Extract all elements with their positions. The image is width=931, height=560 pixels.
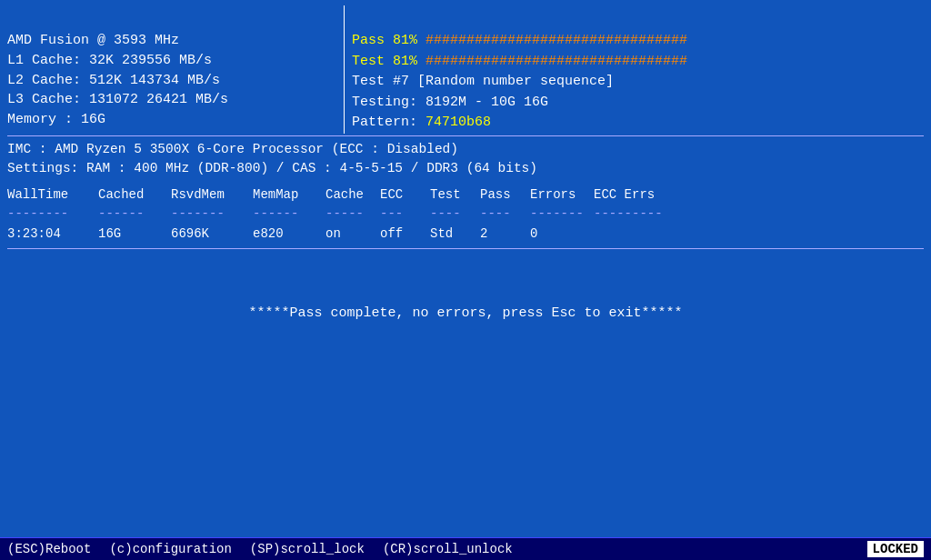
cell-cache: on (325, 225, 380, 243)
col-header-cache: Cache (325, 185, 380, 204)
test-number-line: Test #7 [Random number sequence] (352, 72, 924, 93)
cell-rsvdmem: 6696K (171, 225, 253, 243)
dash-cache: ----- (325, 205, 380, 223)
dash-eccerrs: --------- (594, 205, 676, 223)
imc-line: IMC : AMD Ryzen 5 3500X 6-Core Processor… (7, 140, 924, 159)
footer-commands: (ESC)Reboot (c)configuration (SP)scroll_… (7, 542, 513, 556)
l2-cache-line: L2 Cache: 512K 143734 MB/s (7, 71, 344, 91)
pattern-line: Pattern: 74710b68 (352, 113, 924, 134)
right-column: Pass 81% ###############################… (344, 5, 924, 134)
cpu-line: AMD Fusion @ 3593 MHz (7, 31, 344, 51)
footer-cr[interactable]: (CR)scroll_unlock (383, 542, 513, 556)
col-header-rsvdmem: RsvdMem (171, 185, 253, 204)
col-header-memmap: MemMap (253, 185, 325, 204)
cell-ecc: off (380, 225, 430, 243)
col-header-eccerrs: ECC Errs (594, 185, 676, 204)
col-header-walltime: WallTime (7, 185, 98, 204)
cell-test: Std (430, 225, 480, 243)
dash-rsvdmem: ------- (171, 205, 253, 223)
dash-test: ---- (430, 205, 480, 223)
cell-walltime: 3:23:04 (7, 225, 98, 243)
screen: Memtest86 v4.20 AMD Fusion @ 3593 MHz L1… (0, 0, 931, 560)
dash-ecc: --- (380, 205, 430, 223)
table-bottom-divider (7, 248, 924, 249)
cell-cached: 16G (98, 225, 171, 243)
dash-pass: ---- (480, 205, 530, 223)
memory-line: Memory : 16G (7, 110, 344, 130)
col-header-errors: Errors (530, 185, 594, 204)
col-header-ecc: ECC (380, 185, 430, 204)
testing-range-line: Testing: 8192M - 10G 16G (352, 93, 924, 114)
dash-errors: ------- (530, 205, 594, 223)
test-progress-line: Test 81% ###############################… (352, 52, 924, 73)
table-section: WallTime Cached RsvdMem MemMap Cache ECC… (7, 185, 924, 250)
footer-sp[interactable]: (SP)scroll_lock (250, 542, 365, 556)
table-row: 3:23:04 16G 6696K e820 on off Std 2 0 (7, 225, 924, 243)
pass-progress-line: Pass 81% ###############################… (352, 31, 924, 52)
cell-memmap: e820 (253, 225, 325, 243)
footer-c[interactable]: (c)configuration (109, 542, 231, 556)
dash-walltime: -------- (7, 205, 98, 223)
col-header-test: Test (430, 185, 480, 204)
cell-eccerrs (594, 225, 676, 243)
cell-pass: 2 (480, 225, 530, 243)
cell-errors: 0 (530, 225, 594, 243)
top-section: AMD Fusion @ 3593 MHz L1 Cache: 32K 2395… (7, 5, 924, 134)
footer: (ESC)Reboot (c)configuration (SP)scroll_… (0, 537, 931, 560)
table-header: WallTime Cached RsvdMem MemMap Cache ECC… (7, 185, 924, 204)
footer-esc[interactable]: (ESC)Reboot (7, 542, 91, 556)
pass-complete-message: *****Pass complete, no errors, press Esc… (7, 304, 924, 324)
col-header-pass: Pass (480, 185, 530, 204)
right-col-content: Pass 81% ###############################… (352, 31, 924, 134)
table-dashes: -------- ------ ------- ------ ----- ---… (7, 205, 924, 223)
main-content: AMD Fusion @ 3593 MHz L1 Cache: 32K 2395… (0, 0, 931, 537)
col-header-cached: Cached (98, 185, 171, 204)
divider-1 (7, 135, 924, 136)
l3-cache-line: L3 Cache: 131072 26421 MB/s (7, 90, 344, 110)
left-column: AMD Fusion @ 3593 MHz L1 Cache: 32K 2395… (7, 5, 344, 134)
l1-cache-line: L1 Cache: 32K 239556 MB/s (7, 51, 344, 71)
dash-memmap: ------ (253, 205, 325, 223)
locked-badge: LOCKED (867, 541, 924, 557)
cpu-info: AMD Fusion @ 3593 MHz L1 Cache: 32K 2395… (7, 31, 344, 130)
settings-line: Settings: RAM : 400 MHz (DDR-800) / CAS … (7, 159, 924, 178)
dash-cached: ------ (98, 205, 171, 223)
